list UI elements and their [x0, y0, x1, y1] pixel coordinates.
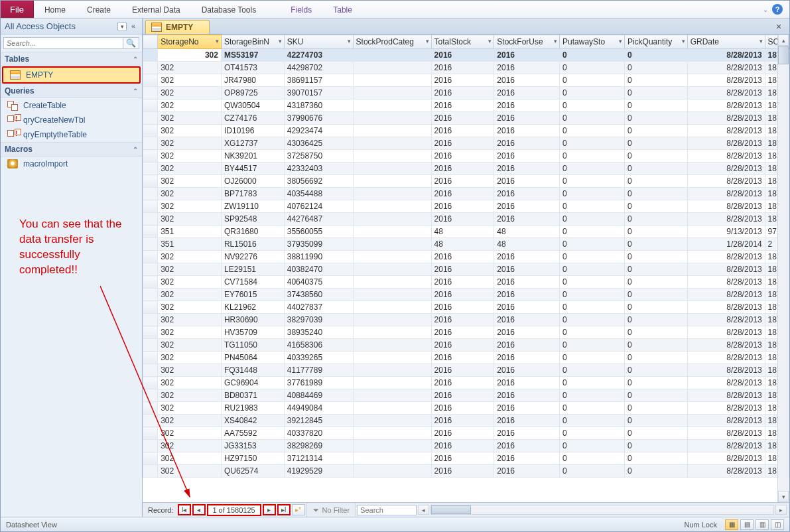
cell[interactable]: 0: [560, 276, 625, 289]
cell[interactable]: 0: [560, 289, 625, 301]
cell[interactable]: 2016: [494, 213, 560, 226]
cell[interactable]: [353, 175, 431, 188]
cell[interactable]: [353, 213, 431, 226]
table-row[interactable]: 302CV715844064037520162016008/28/2013187: [143, 276, 789, 289]
cell[interactable]: 2016: [494, 87, 560, 100]
row-selector[interactable]: [143, 62, 158, 74]
cell[interactable]: 9/13/2013: [687, 226, 765, 238]
section-queries[interactable]: Queries: [5, 86, 34, 96]
cell[interactable]: 37121314: [284, 452, 353, 465]
cell[interactable]: 8/28/2013: [687, 364, 765, 377]
table-row[interactable]: 302LE291514038247020162016008/28/2013187: [143, 263, 789, 276]
cell[interactable]: 2016: [431, 251, 494, 263]
filter-indicator[interactable]: ⏷No Filter: [306, 503, 356, 517]
cell[interactable]: 351: [158, 238, 222, 251]
column-header-storageno[interactable]: StorageNo▾: [158, 35, 222, 49]
cell[interactable]: 40640375: [284, 276, 353, 289]
cell[interactable]: 0: [560, 352, 625, 364]
cell[interactable]: [353, 74, 431, 87]
table-row[interactable]: 302CZ741763799067620162016008/28/2013187: [143, 112, 789, 125]
row-selector[interactable]: [143, 301, 158, 314]
cell[interactable]: 2016: [494, 364, 560, 377]
other-view-button[interactable]: ▥: [756, 519, 769, 530]
row-selector[interactable]: [143, 137, 158, 150]
cell[interactable]: LE29151: [221, 263, 284, 276]
cell[interactable]: 8/28/2013: [687, 175, 765, 188]
file-tab[interactable]: File: [1, 1, 34, 18]
cell[interactable]: MS53197: [221, 49, 284, 62]
scroll-right-button[interactable]: ▸: [775, 505, 787, 515]
cell[interactable]: 2016: [494, 389, 560, 402]
cell[interactable]: 302: [158, 163, 222, 175]
cell[interactable]: XG12737: [221, 137, 284, 150]
cell[interactable]: XS40842: [221, 415, 284, 427]
cell[interactable]: 8/28/2013: [687, 49, 765, 62]
row-selector[interactable]: [143, 163, 158, 175]
help-icon[interactable]: ?: [772, 4, 783, 15]
cell[interactable]: [353, 389, 431, 402]
cell[interactable]: BY44517: [221, 163, 284, 175]
cell[interactable]: [353, 238, 431, 251]
cell[interactable]: JG33153: [221, 440, 284, 452]
row-selector[interactable]: [143, 213, 158, 226]
table-row[interactable]: 302MS531974227470320162016008/28/2013187: [143, 49, 789, 62]
datasheet[interactable]: StorageNo▾StorageBinN▾SKU▾StockProdCateg…: [143, 34, 789, 502]
cell[interactable]: 302: [158, 188, 222, 200]
cell[interactable]: [353, 465, 431, 478]
cell[interactable]: [353, 62, 431, 74]
record-search-input[interactable]: [357, 505, 417, 515]
cell[interactable]: 41929529: [284, 465, 353, 478]
cell[interactable]: 2016: [494, 301, 560, 314]
row-selector[interactable]: [143, 339, 158, 352]
cell[interactable]: 302: [158, 213, 222, 226]
cell[interactable]: 8/28/2013: [687, 452, 765, 465]
cell[interactable]: 302: [158, 150, 222, 163]
cell[interactable]: 0: [624, 402, 687, 415]
table-row[interactable]: 302QU625744192952920162016008/28/2013187: [143, 465, 789, 478]
cell[interactable]: 37438560: [284, 289, 353, 301]
cell[interactable]: 2016: [431, 112, 494, 125]
next-record-button[interactable]: ▸: [263, 504, 276, 515]
row-selector[interactable]: [143, 112, 158, 125]
cell[interactable]: [353, 200, 431, 213]
cell[interactable]: 37258750: [284, 150, 353, 163]
cell[interactable]: 302: [158, 440, 222, 452]
cell[interactable]: [353, 112, 431, 125]
cell[interactable]: [353, 226, 431, 238]
cell[interactable]: 0: [624, 314, 687, 326]
table-row[interactable]: 302AA755924033782020162016008/28/2013187: [143, 427, 789, 440]
column-header-grdate[interactable]: GRDate▾: [687, 35, 765, 49]
nav-dropdown-icon[interactable]: ▾: [117, 22, 127, 31]
cell[interactable]: [353, 100, 431, 112]
cell[interactable]: 0: [624, 263, 687, 276]
row-selector[interactable]: [143, 238, 158, 251]
cell[interactable]: 0: [624, 100, 687, 112]
cell[interactable]: 0: [560, 150, 625, 163]
row-selector[interactable]: [143, 465, 158, 478]
cell[interactable]: 2016: [494, 377, 560, 389]
table-row[interactable]: 302HR306903829703920162016008/28/2013187: [143, 314, 789, 326]
table-row[interactable]: 302NV922763881199020162016008/28/2013187: [143, 251, 789, 263]
cell[interactable]: [353, 150, 431, 163]
cell[interactable]: 2016: [431, 389, 494, 402]
cell[interactable]: 0: [624, 251, 687, 263]
cell[interactable]: BP71783: [221, 188, 284, 200]
table-row[interactable]: 302XG127374303642520162016008/28/2013187: [143, 137, 789, 150]
cell[interactable]: 0: [624, 452, 687, 465]
column-header-storagebinn[interactable]: StorageBinN▾: [221, 35, 284, 49]
cell[interactable]: CV71584: [221, 276, 284, 289]
row-selector[interactable]: [143, 427, 158, 440]
cell[interactable]: 8/28/2013: [687, 440, 765, 452]
cell[interactable]: 0: [560, 415, 625, 427]
cell[interactable]: 0: [560, 112, 625, 125]
cell[interactable]: BD80371: [221, 389, 284, 402]
cell[interactable]: 8/28/2013: [687, 188, 765, 200]
table-row[interactable]: 302BP717834035448820162016008/28/2013187: [143, 188, 789, 200]
cell[interactable]: 8/28/2013: [687, 352, 765, 364]
cell[interactable]: 8/28/2013: [687, 112, 765, 125]
table-row[interactable]: 302JG331533829826920162016008/28/2013187: [143, 440, 789, 452]
cell[interactable]: 0: [624, 49, 687, 62]
dropdown-icon[interactable]: ⌄: [763, 6, 768, 13]
cell[interactable]: 2016: [494, 163, 560, 175]
column-header-totalstock[interactable]: TotalStock▾: [431, 35, 494, 49]
